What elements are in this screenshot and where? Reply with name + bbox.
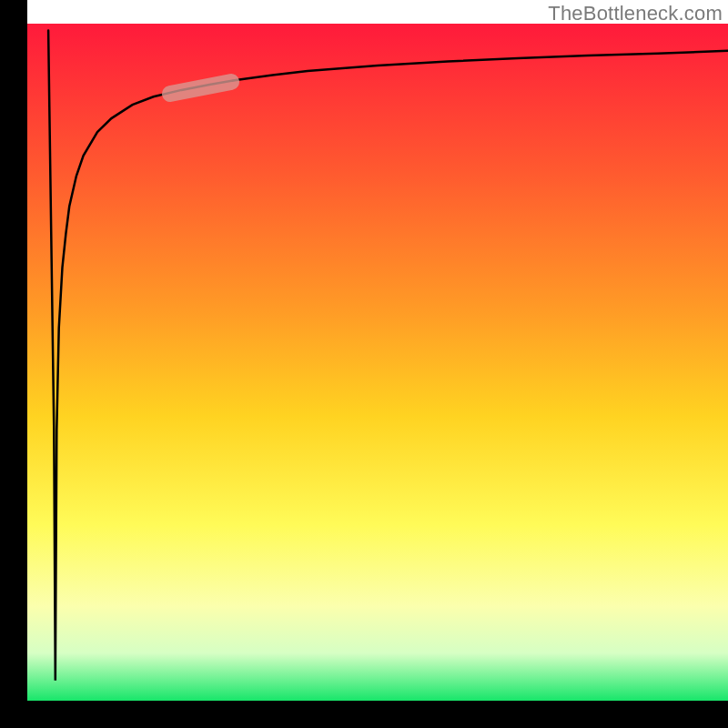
- bottleneck-chart: [0, 0, 728, 728]
- x-axis-border: [0, 701, 728, 728]
- watermark-text: TheBottleneck.com: [548, 2, 723, 25]
- chart-container: TheBottleneck.com: [0, 0, 728, 728]
- plot-gradient-bg: [27, 24, 728, 701]
- y-axis-border: [0, 0, 27, 728]
- highlight-capsule: [170, 82, 231, 94]
